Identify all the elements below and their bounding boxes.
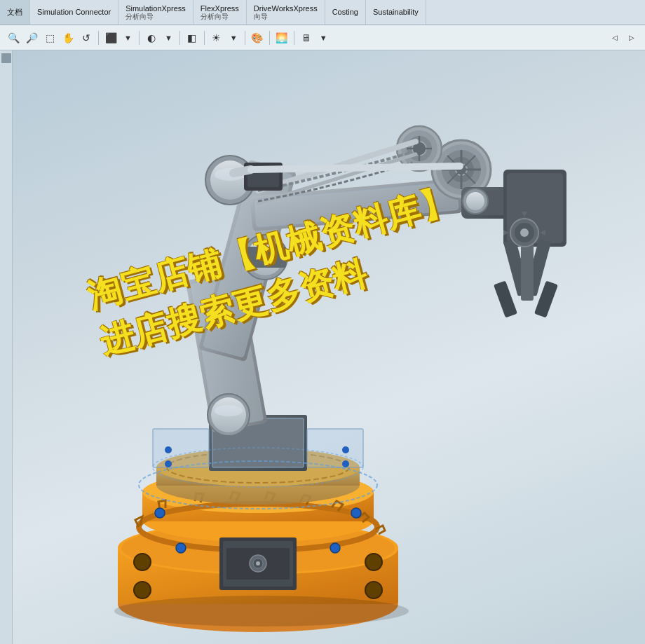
sep1: [98, 31, 99, 45]
viewport[interactable]: 淘宝店铺【机械资料库】 进店搜索更多资料: [13, 50, 645, 644]
svg-point-7: [365, 554, 382, 570]
svg-point-12: [155, 508, 165, 518]
sep6: [269, 31, 270, 45]
svg-point-14: [176, 543, 186, 553]
menu-flexpress[interactable]: FlexXpress 分析向导: [194, 0, 247, 25]
svg-point-84: [342, 446, 349, 453]
menu-sustainability[interactable]: Sustainability: [366, 0, 426, 25]
menu-doc[interactable]: 文档: [0, 0, 30, 25]
zoom-to-fit-icon[interactable]: 🔍: [6, 30, 21, 46]
svg-rect-30: [153, 429, 209, 467]
svg-rect-71: [494, 280, 517, 317]
collapse-left-icon[interactable]: ◁: [607, 30, 623, 46]
svg-rect-74: [521, 241, 534, 301]
robot-arm-svg: [13, 50, 645, 644]
left-sidebar-strip: [0, 50, 13, 644]
svg-point-4: [134, 582, 151, 598]
collapse-right-icon[interactable]: ▷: [624, 30, 639, 46]
svg-point-13: [351, 508, 361, 518]
sep3: [179, 31, 180, 45]
display-style-dropdown[interactable]: ▼: [162, 32, 175, 43]
sep2: [139, 31, 140, 45]
menu-costing[interactable]: Costing: [325, 0, 366, 25]
monitor-icon[interactable]: 🖥: [299, 30, 314, 46]
svg-point-82: [165, 446, 172, 453]
scenes-icon[interactable]: 🌅: [274, 30, 290, 46]
svg-point-85: [342, 460, 349, 467]
svg-rect-88: [244, 247, 286, 268]
lights-icon[interactable]: ☀: [209, 30, 224, 46]
svg-point-5: [365, 582, 382, 598]
strip-btn-1[interactable]: [1, 53, 11, 63]
menu-simulationxpress[interactable]: SimulationXpress 分析向导: [118, 0, 194, 25]
menu-simulation-connector[interactable]: Simulation Connector: [30, 0, 118, 25]
rotate-icon[interactable]: ↺: [79, 30, 94, 46]
zoom-select-icon[interactable]: 🔎: [24, 30, 39, 46]
svg-point-83: [165, 460, 172, 467]
menu-driveworksxpress[interactable]: DriveWorksXpress 向导: [247, 0, 325, 25]
svg-line-87: [251, 166, 460, 170]
pan-icon[interactable]: ✋: [60, 30, 76, 46]
zoom-area-icon[interactable]: ⬚: [42, 30, 57, 46]
section-view-icon[interactable]: ◧: [184, 30, 200, 46]
3d-view-icon[interactable]: ⬛: [103, 30, 118, 46]
svg-point-6: [134, 554, 151, 570]
svg-point-36: [215, 405, 243, 416]
sep7: [294, 31, 294, 45]
svg-rect-31: [307, 429, 363, 467]
sep4: [204, 31, 205, 45]
lights-dropdown[interactable]: ▼: [227, 32, 240, 43]
3d-view-dropdown[interactable]: ▼: [121, 32, 135, 43]
svg-point-91: [114, 596, 409, 626]
svg-point-29: [256, 561, 260, 566]
display-style-icon[interactable]: ◐: [144, 30, 159, 46]
svg-point-15: [330, 543, 340, 553]
svg-point-77: [520, 228, 529, 237]
toolbar: 🔍 🔎 ⬚ ✋ ↺ ⬛ ▼ ◐ ▼ ◧ ☀ ▼ 🎨 🌅 🖥 ▼ ◁ ▷: [0, 25, 645, 50]
monitor-dropdown[interactable]: ▼: [317, 32, 330, 43]
svg-point-81: [466, 192, 484, 210]
menu-bar: 文档 Simulation Connector SimulationXpress…: [0, 0, 645, 25]
sep5: [245, 31, 245, 45]
appearance-icon[interactable]: 🎨: [250, 30, 265, 46]
